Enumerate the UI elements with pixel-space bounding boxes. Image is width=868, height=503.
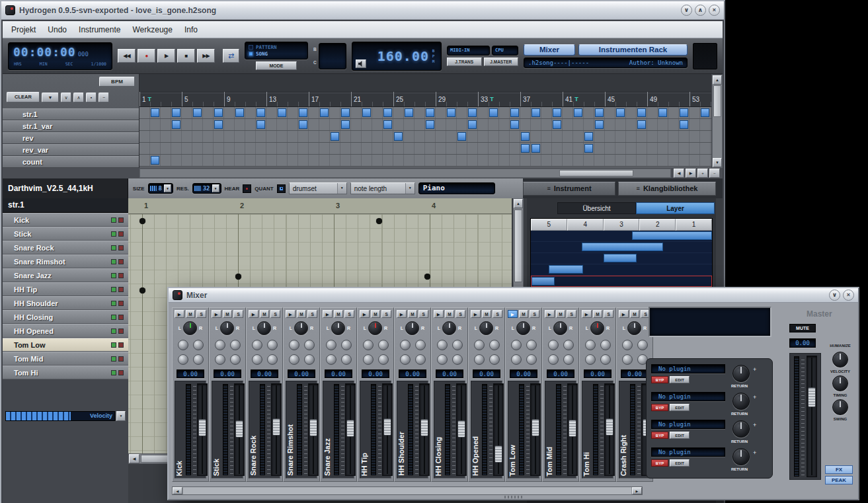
timeline-mark-37[interactable]: 37: [520, 92, 563, 106]
piano-button[interactable]: Piano: [418, 182, 495, 194]
fx-send-knob[interactable]: [600, 354, 611, 365]
size-selector[interactable]: 8 ▼: [148, 183, 173, 194]
fader-handle[interactable]: [420, 419, 428, 436]
instrument-row[interactable]: Snare Rimshot: [3, 254, 128, 268]
song-cell[interactable]: [690, 119, 700, 130]
volume-fader[interactable]: [419, 383, 430, 476]
song-cell[interactable]: [425, 143, 436, 154]
drumset-dropdown-icon[interactable]: ▼: [337, 183, 346, 194]
solo-led[interactable]: [118, 342, 124, 348]
song-cell[interactable]: [531, 107, 541, 118]
channel-mute-button[interactable]: M: [334, 310, 344, 318]
song-cell[interactable]: [605, 143, 615, 154]
song-cell[interactable]: [637, 143, 647, 154]
song-cell[interactable]: [467, 155, 478, 166]
close-button[interactable]: ×: [843, 290, 854, 301]
song-cell[interactable]: [150, 143, 161, 154]
fader-handle[interactable]: [606, 418, 613, 436]
song-cell[interactable]: [668, 143, 679, 154]
timeline-mark-9[interactable]: 9: [224, 92, 266, 106]
song-cell[interactable]: [552, 131, 563, 142]
channel-mute-button[interactable]: M: [556, 310, 566, 318]
fx-send-knob[interactable]: [437, 354, 448, 365]
song-cell[interactable]: [436, 143, 446, 154]
song-cell[interactable]: [531, 143, 541, 154]
song-cell[interactable]: [288, 107, 298, 118]
layer-header-cell[interactable]: 3: [604, 219, 640, 231]
fader-handle[interactable]: [346, 420, 354, 437]
song-cell[interactable]: [563, 131, 573, 142]
song-cell[interactable]: [224, 131, 235, 142]
song-cell[interactable]: [192, 155, 203, 166]
volume-fader[interactable]: [197, 383, 208, 476]
song-cell[interactable]: [647, 131, 658, 142]
menu-werkzeuge[interactable]: Werkzeuge: [126, 23, 178, 36]
song-cell[interactable]: [171, 131, 182, 142]
channel-solo-button[interactable]: S: [270, 310, 280, 318]
song-cell[interactable]: [499, 119, 510, 130]
note[interactable]: [376, 218, 382, 224]
song-cell[interactable]: [700, 107, 711, 118]
song-cell[interactable]: [679, 155, 690, 166]
song-cell[interactable]: [203, 155, 214, 166]
channel-solo-button[interactable]: S: [381, 310, 391, 318]
song-cell[interactable]: [203, 119, 214, 130]
song-cell[interactable]: [563, 143, 573, 154]
instrument-rack-toggle-button[interactable]: Instrumenten Rack: [578, 44, 688, 56]
song-cell[interactable]: [330, 155, 340, 166]
song-cell[interactable]: [298, 119, 309, 130]
song-cell[interactable]: [404, 131, 414, 142]
song-cell[interactable]: [425, 119, 436, 130]
song-cell[interactable]: [605, 119, 615, 130]
song-cell[interactable]: [224, 107, 235, 118]
song-cell[interactable]: [139, 155, 150, 166]
pan-knob[interactable]: [479, 321, 493, 335]
song-cell[interactable]: [510, 119, 520, 130]
song-cell[interactable]: [584, 131, 594, 142]
song-cell[interactable]: [478, 143, 489, 154]
pattern-row-label[interactable]: str.1_var: [3, 120, 139, 132]
channel-play-button[interactable]: ▶: [212, 310, 221, 318]
layer-row[interactable]: [531, 231, 712, 242]
channel-solo-button[interactable]: S: [530, 310, 539, 318]
song-cell[interactable]: [319, 131, 330, 142]
channel-play-button[interactable]: ▶: [471, 310, 481, 318]
pan-knob[interactable]: [405, 321, 419, 335]
song-cell[interactable]: [563, 155, 573, 166]
song-cell[interactable]: [203, 107, 214, 118]
fx-return-knob[interactable]: [732, 448, 750, 465]
tab-instrument[interactable]: ≡ Instrument: [523, 182, 615, 196]
timeline-mark-53[interactable]: 53: [690, 92, 711, 106]
fx-send-knob[interactable]: [267, 354, 278, 365]
song-cell[interactable]: [541, 119, 552, 130]
song-cell[interactable]: [541, 107, 552, 118]
titlebar[interactable]: Hydrogen 0.9.5-svn-exported - love_is_go…: [1, 1, 724, 20]
song-cell[interactable]: [372, 131, 383, 142]
timeline-bpm-button[interactable]: BPM: [99, 77, 135, 87]
song-cell[interactable]: [139, 131, 150, 142]
solo-led[interactable]: [118, 245, 124, 251]
song-cell[interactable]: [277, 107, 288, 118]
humanize-swing-knob[interactable]: [832, 399, 848, 415]
timeline-mark-41[interactable]: 41T: [563, 92, 605, 106]
song-cell[interactable]: [700, 143, 711, 154]
song-cell[interactable]: [404, 155, 414, 166]
velocity-bar[interactable]: Velocity: [5, 411, 115, 421]
song-vertical-scrollbar[interactable]: ▲ ▼: [712, 75, 723, 168]
song-cell[interactable]: [467, 143, 478, 154]
instrument-row[interactable]: HH Tip: [3, 282, 128, 296]
song-cell[interactable]: [330, 107, 340, 118]
beat-counter-display[interactable]: [319, 43, 346, 69]
minimize-button[interactable]: ∨: [829, 290, 840, 301]
song-cell[interactable]: [235, 107, 245, 118]
song-cell[interactable]: [214, 131, 224, 142]
fx-send-knob[interactable]: [341, 340, 352, 350]
fx-send-knob[interactable]: [363, 354, 374, 365]
song-cell[interactable]: [690, 143, 700, 154]
song-cell[interactable]: [192, 131, 203, 142]
song-cell[interactable]: [256, 119, 266, 130]
fx-send-knob[interactable]: [326, 340, 336, 350]
song-cell[interactable]: [626, 143, 637, 154]
song-cell[interactable]: [436, 155, 446, 166]
song-cell[interactable]: [404, 119, 414, 130]
